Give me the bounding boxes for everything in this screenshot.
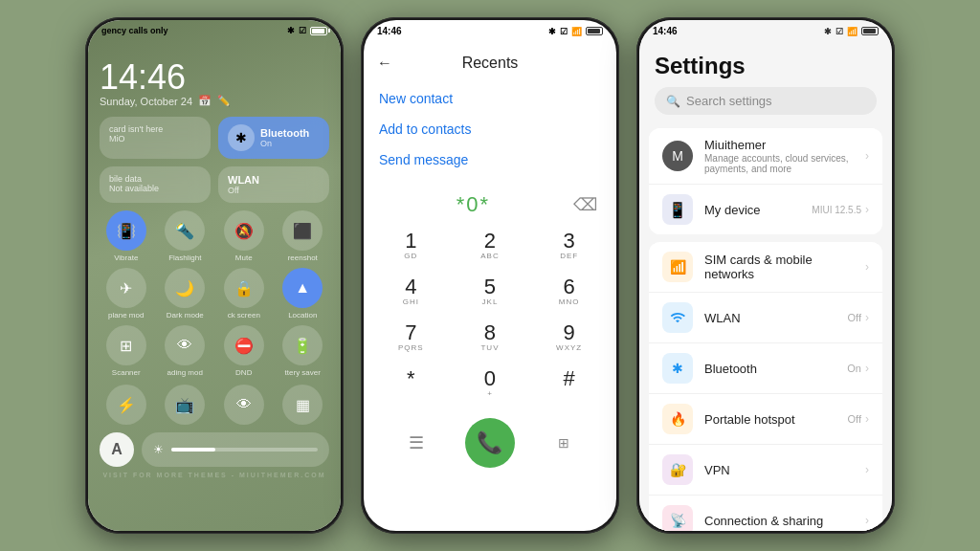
settings-search-bar[interactable]: 🔍 Search settings <box>655 87 877 115</box>
dialer-keypad: 1 GD 2 ABC 3 DEF 4 GHI 5 JKL <box>364 223 616 407</box>
bluetooth-tile-icon: ✱ <box>228 124 255 151</box>
recents-title: Recents <box>462 55 519 72</box>
grid2-button[interactable]: ▦ <box>277 385 330 425</box>
battery-icon-3 <box>861 27 879 35</box>
dial-key-3[interactable]: 3 DEF <box>529 223 609 269</box>
battery-saver-button[interactable]: 🔋 ttery saver <box>277 325 330 377</box>
wlan-tile[interactable]: WLAN Off <box>218 166 329 203</box>
hotspot-icon: 🔥 <box>662 404 693 434</box>
flash2-icon: ⚡ <box>106 385 146 425</box>
dial-key-star[interactable]: * <box>371 361 451 407</box>
dial-key-2[interactable]: 2 ABC <box>451 223 530 269</box>
wlan-settings-label: WLAN <box>704 311 836 325</box>
dial-key-7[interactable]: 7 PQRS <box>371 315 451 361</box>
profile-item[interactable]: M Miuithemer Manage accounts, cloud serv… <box>649 128 882 185</box>
dark-mode-button[interactable]: 🌙 Dark mode <box>159 268 212 320</box>
grid2-icon: ▦ <box>282 385 323 425</box>
dnd-icon: ⛔ <box>224 325 264 365</box>
vpn-icon: 🔐 <box>662 454 693 485</box>
dialer-grid-button[interactable]: ⊞ <box>546 426 581 460</box>
status-bar-3: 14:46 ✱ ☑ 📶 <box>639 20 892 38</box>
vibrate-button[interactable]: 📳 Vibrate <box>100 210 153 262</box>
hotspot-item[interactable]: 🔥 Portable hotspot Off › <box>649 394 882 445</box>
search-placeholder: Search settings <box>686 94 772 108</box>
water-tile[interactable]: card isn't here MiO <box>100 117 211 159</box>
phone-2: 14:46 ✱ ☑ 📶 ← Recents New contact Add to… <box>361 17 619 534</box>
sim-item[interactable]: 📶 SIM cards & mobile networks › <box>649 242 882 293</box>
bluetooth-item[interactable]: ✱ Bluetooth On › <box>649 343 882 394</box>
alarm-status-icon: ☑ <box>299 26 306 35</box>
back-button[interactable]: ← <box>377 55 392 72</box>
status-time-2: 14:46 <box>377 26 402 36</box>
dialer-menu-button[interactable]: ☰ <box>399 426 434 460</box>
dial-key-6[interactable]: 6 MNO <box>529 269 609 315</box>
dnd-button[interactable]: ⛔ DND <box>217 325 271 377</box>
location-button[interactable]: ▲ Location <box>277 268 330 320</box>
bluetooth-status-icon: ✱ <box>287 26 295 35</box>
sim-label: SIM cards & mobile networks <box>704 253 854 281</box>
connection-sharing-item[interactable]: 📡 Connection & sharing › <box>649 496 882 531</box>
airplane-button[interactable]: ✈ plane mod <box>100 268 153 320</box>
user-avatar: A <box>100 432 134 467</box>
delete-button[interactable]: ⌫ <box>573 194 597 215</box>
wlan-settings-icon <box>662 302 693 333</box>
mute-button[interactable]: 🔕 Mute <box>217 210 271 262</box>
screenshot-button[interactable]: ⬛ reenshot <box>277 210 330 262</box>
bluetooth-tile[interactable]: ✱ Bluetooth On <box>218 117 329 159</box>
add-to-contacts-button[interactable]: Add to contacts <box>379 114 601 144</box>
dial-key-0[interactable]: 0 + <box>451 361 530 407</box>
bluetooth-settings-icon: ✱ <box>662 353 693 384</box>
dial-key-9[interactable]: 9 WXYZ <box>529 315 609 361</box>
status-time-3: 14:46 <box>653 26 678 36</box>
device-chevron-icon: › <box>865 203 869 216</box>
dial-key-8[interactable]: 8 TUV <box>451 315 530 361</box>
send-message-button[interactable]: Send message <box>379 144 601 175</box>
reading-mode-icon: 👁 <box>165 325 205 365</box>
dialer-bottom: ☰ 📞 ⊞ <box>364 410 616 475</box>
settings-list: M Miuithemer Manage accounts, cloud serv… <box>639 121 892 531</box>
my-device-label: My device <box>704 203 800 217</box>
control-center-date: Sunday, October 24 📅✏️ <box>100 95 329 107</box>
mobile-data-tile[interactable]: bile data Not available <box>100 166 211 203</box>
status-signal: gency calls only <box>101 26 168 35</box>
flashlight-icon: 🔦 <box>165 210 205 251</box>
vpn-item[interactable]: 🔐 VPN › <box>649 445 882 496</box>
dial-key-4[interactable]: 4 GHI <box>371 269 451 315</box>
new-contact-button[interactable]: New contact <box>379 83 601 114</box>
status-bar-2: 14:46 ✱ ☑ 📶 <box>364 20 616 38</box>
battery-saver-icon: 🔋 <box>282 325 323 365</box>
flash2-button[interactable]: ⚡ <box>100 385 153 425</box>
mute-icon: 🔕 <box>224 210 264 251</box>
flashlight-button[interactable]: 🔦 Flashlight <box>159 210 212 262</box>
reading-mode-button[interactable]: 👁 ading mod <box>159 325 212 377</box>
sim-chevron-icon: › <box>865 260 869 274</box>
phone-3: 14:46 ✱ ☑ 📶 Settings 🔍 Search settings <box>636 17 895 534</box>
profile-name: Miuithemer <box>704 138 854 152</box>
dial-key-hash[interactable]: # <box>529 361 609 407</box>
dial-key-1[interactable]: 1 GD <box>371 223 451 269</box>
lock-screen-icon: 🔒 <box>224 268 264 308</box>
watermark: VISIT FOR MORE THEMES - MIUITHEMER.COM <box>88 472 341 478</box>
dial-key-5[interactable]: 5 JKL <box>451 269 530 315</box>
visual-button[interactable]: 👁 <box>217 385 271 425</box>
scanner-button[interactable]: ⊞ Scanner <box>100 325 153 377</box>
brightness-slider[interactable]: ☀ <box>142 432 329 467</box>
profile-card: M Miuithemer Manage accounts, cloud serv… <box>649 128 882 234</box>
my-device-icon: 📱 <box>662 194 693 225</box>
call-button[interactable]: 📞 <box>465 418 515 468</box>
profile-sublabel: Manage accounts, cloud services, payment… <box>704 153 854 174</box>
battery-icon-2 <box>586 27 603 35</box>
cast-button[interactable]: 📺 <box>159 385 212 425</box>
lock-screen-button[interactable]: 🔒 ck screen <box>217 268 271 320</box>
connection-sharing-label: Connection & sharing <box>704 514 854 528</box>
airplane-icon: ✈ <box>106 268 146 308</box>
wlan-chevron-icon: › <box>865 311 869 324</box>
control-center-time: 14:46 <box>100 60 329 95</box>
bluetooth-chevron-icon: › <box>865 362 869 375</box>
hotspot-chevron-icon: › <box>865 412 869 426</box>
my-device-item[interactable]: 📱 My device MIUI 12.5.5 › <box>649 185 882 234</box>
wlan-item[interactable]: WLAN Off › <box>649 293 882 343</box>
screenshot-icon: ⬛ <box>282 210 323 251</box>
vpn-label: VPN <box>704 463 854 477</box>
vibrate-icon: 📳 <box>106 210 146 251</box>
